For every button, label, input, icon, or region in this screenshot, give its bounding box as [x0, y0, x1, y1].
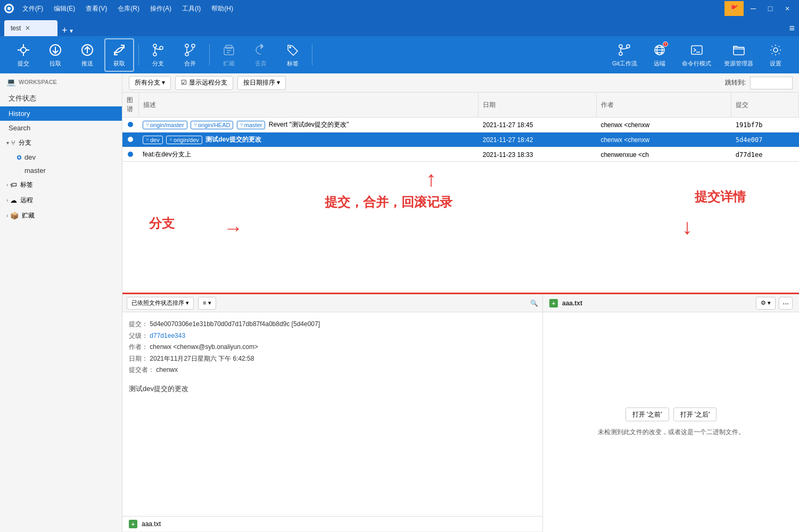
date-cell-1: 2021-11-27 18:45 [479, 118, 597, 132]
menu-repo[interactable]: 仓库(R) [113, 2, 144, 15]
close-button[interactable]: × [780, 1, 795, 16]
file-detail-actions: ⚙ ▾ ··· [756, 297, 793, 310]
toolbar-divider-2 [209, 44, 210, 65]
svg-rect-20 [226, 45, 232, 48]
menu-help[interactable]: 帮助(H) [207, 2, 237, 15]
discard-icon [253, 43, 268, 57]
date-cell-3: 2021-11-23 18:33 [479, 147, 597, 162]
tool-remote[interactable]: ! 远端 [645, 39, 674, 71]
author-row: 作者： chenwx <chenwx@syb.onaliyun.com> [129, 342, 536, 353]
tab-hamburger-menu[interactable]: ≡ [789, 23, 795, 36]
file-diff-content: 打开 '之前' 打开 '之后' 未检测到此文件的改变，或者这是一个二进制文件。 [543, 312, 799, 532]
parent-label: 父级： [129, 332, 148, 339]
file-settings-btn[interactable]: ⚙ ▾ [756, 297, 776, 310]
menu-view[interactable]: 查看(V) [81, 2, 111, 15]
file-more-btn[interactable]: ··· [779, 297, 793, 310]
content-area: 所有分支 ▾ ☑ 显示远程分支 按日期排序 ▾ 跳转到: 图谱 描述 日期 作者… [122, 73, 799, 532]
window-controls: 🚩 ─ □ × [724, 1, 795, 16]
tool-tag[interactable]: 标签 [278, 39, 308, 71]
committer-label: 提交者： [129, 366, 154, 373]
svg-point-16 [185, 53, 188, 56]
toolbar-right: Git工作流 ! 远端 [607, 39, 790, 71]
tool-stash[interactable]: 贮藏 [214, 39, 244, 71]
tab-test[interactable]: test ✕ [4, 20, 57, 36]
minimize-button[interactable]: ─ [746, 1, 761, 16]
tool-pull[interactable]: 拉取 [40, 39, 70, 71]
title-bar-left: 文件(F) 编辑(E) 查看(V) 仓库(R) 操作(A) 工具(I) 帮助(H… [4, 2, 237, 15]
branch-master[interactable]: master [0, 164, 122, 177]
col-header-author: 作者 [596, 93, 731, 118]
terminal-icon [689, 43, 704, 57]
merge-icon [183, 43, 197, 57]
gitflow-icon [617, 43, 632, 57]
maximize-button[interactable]: □ [763, 1, 778, 16]
annotation-branch: 分支 [149, 215, 175, 232]
sidebar-item-search[interactable]: Search [0, 121, 122, 135]
toolbar-divider-3 [312, 44, 312, 65]
svg-point-24 [619, 45, 622, 48]
tool-gitflow[interactable]: Git工作流 [607, 39, 643, 71]
svg-point-15 [185, 44, 188, 47]
tool-explorer[interactable]: 资源管理器 [719, 39, 759, 71]
workspace-label: 💻 WORKSPACE [0, 73, 122, 90]
svg-point-25 [627, 45, 630, 48]
sidebar-item-file-status[interactable]: 文件状态 [0, 90, 122, 106]
tool-terminal[interactable]: 命令行模式 [677, 39, 716, 71]
file-item-aaa[interactable]: + aaa.txt [122, 517, 542, 532]
commit-list: 图谱 描述 日期 作者 提交 ⑂origin/master [122, 93, 799, 162]
menu-action[interactable]: 操作(A) [146, 2, 176, 15]
file-added-icon: + [129, 520, 137, 528]
push-icon [80, 43, 95, 57]
tool-discard[interactable]: 丢弃 [246, 39, 276, 71]
tool-branch[interactable]: 分支 [143, 39, 173, 71]
open-before-btn[interactable]: 打开 '之前' [625, 408, 669, 421]
tool-fetch[interactable]: 获取 [104, 38, 134, 72]
branches-collapse-icon: ▾ [6, 140, 9, 146]
svg-point-1 [7, 7, 11, 10]
main-area: 💻 WORKSPACE 文件状态 History Search ▾ ⑂ 分支 d… [0, 73, 799, 532]
tool-settings[interactable]: 设置 [761, 39, 790, 71]
commit-row-1[interactable]: ⑂origin/master ⑂origin/HEAD ⑂master Reve… [122, 118, 799, 132]
commit-label: 提交： [129, 320, 148, 328]
branch-dev[interactable]: dev [0, 151, 122, 164]
search-icon[interactable]: 🔍 [530, 300, 538, 307]
tab-name: test [11, 24, 21, 32]
flag-button[interactable]: 🚩 [724, 1, 744, 16]
menu-file[interactable]: 文件(F) [18, 2, 47, 15]
date-order-filter[interactable]: 按日期排序 ▾ [237, 76, 286, 90]
new-tab-button[interactable]: + ▾ [62, 25, 73, 36]
menu-edit[interactable]: 编辑(E) [50, 2, 79, 15]
tool-push[interactable]: 推送 [72, 39, 102, 71]
branch-section-icon: ⑂ [11, 139, 15, 147]
desc-cell-2: ⑂dev ⑂origin/dev 测试dev提交的更改 [138, 132, 479, 147]
tags-collapse-icon: › [6, 182, 8, 188]
bottom-panel: 已依照文件状态排序 ▾ ≡ ▾ 🔍 提交： 5d4e0070306e1e31bb… [122, 293, 799, 532]
remotes-section-header[interactable]: › ☁ 远程 [0, 193, 122, 208]
commit-row-3[interactable]: feat:在dev分支上 2021-11-23 18:33 chenwenxue… [122, 147, 799, 162]
tag-master: ⑂master [237, 121, 266, 129]
file-status-sort-btn[interactable]: 已依照文件状态排序 ▾ [127, 297, 194, 310]
tags-section-header[interactable]: › 🏷 标签 [0, 177, 122, 193]
branches-section-header[interactable]: ▾ ⑂ 分支 [0, 135, 122, 151]
tool-merge[interactable]: 合并 [175, 39, 205, 71]
show-remote-filter[interactable]: ☑ 显示远程分支 [175, 76, 233, 90]
open-after-btn[interactable]: 打开 '之后' [673, 408, 717, 421]
menu-bar: 文件(F) 编辑(E) 查看(V) 仓库(R) 操作(A) 工具(I) 帮助(H… [18, 2, 237, 15]
menu-tools[interactable]: 工具(I) [178, 2, 205, 15]
sidebar: 💻 WORKSPACE 文件状态 History Search ▾ ⑂ 分支 d… [0, 73, 122, 532]
tags-label: 标签 [20, 180, 33, 189]
stash-section-header[interactable]: › 📦 贮藏 [0, 208, 122, 223]
tab-close-icon[interactable]: ✕ [25, 24, 30, 32]
branch-spacer [17, 169, 21, 173]
parent-hash-link[interactable]: d77d1ee343 [150, 332, 185, 339]
tool-commit[interactable]: 提交 [9, 39, 38, 71]
sidebar-item-history[interactable]: History [0, 106, 122, 121]
all-branches-filter[interactable]: 所有分支 ▾ [129, 76, 171, 90]
col-header-hash: 提交 [731, 93, 799, 118]
commit-hash-row: 提交： 5d4e0070306e1e31bb70d0d7d17db87f4a0b… [129, 319, 536, 330]
explorer-icon [731, 43, 746, 57]
list-view-btn[interactable]: ≡ ▾ [198, 297, 216, 310]
jump-to-input[interactable] [750, 77, 793, 89]
commit-row-2[interactable]: ⑂dev ⑂origin/dev 测试dev提交的更改 2021-11-27 1… [122, 132, 799, 147]
bottom-right-header: + aaa.txt ⚙ ▾ ··· [543, 294, 799, 312]
